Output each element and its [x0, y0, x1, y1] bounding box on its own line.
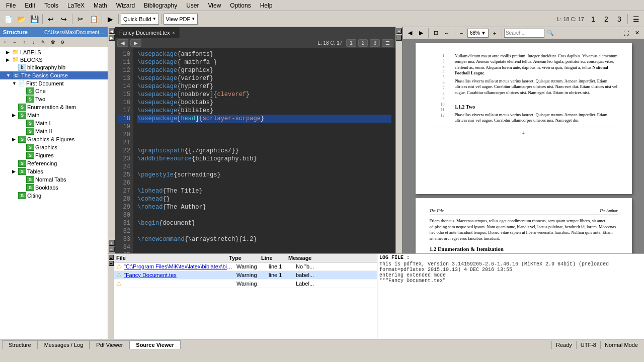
tree-math1[interactable]: S Math I: [0, 119, 108, 127]
tab-num2[interactable]: 2: [358, 39, 368, 47]
tree-graphics[interactable]: S Graphics: [0, 143, 108, 151]
menu-bibliography[interactable]: Bibliography: [140, 1, 181, 10]
menu-icon[interactable]: ☰: [382, 39, 393, 47]
tab-num3[interactable]: 3: [370, 39, 380, 47]
status-tab-sourceviewer[interactable]: Source Viewer: [129, 340, 181, 349]
save-button[interactable]: 💾: [28, 13, 40, 25]
pdf-zoomout[interactable]: −: [456, 29, 466, 38]
nt-label: Normal Tabs: [35, 176, 66, 183]
nav-prev[interactable]: ◀: [117, 39, 128, 47]
struct-btn5[interactable]: ✎: [39, 38, 48, 46]
warning-row-3[interactable]: ⚠ Warning Label...: [114, 280, 377, 288]
enum-label: Enumeration & Item: [27, 104, 76, 110]
tree-enum[interactable]: S Enumeration & Item: [0, 103, 108, 111]
undo-button[interactable]: ↩: [45, 13, 57, 25]
struct-btn3[interactable]: ↑: [20, 38, 29, 46]
pdf-zoomin[interactable]: +: [490, 29, 500, 38]
gutter-btn4[interactable]: −: [109, 246, 115, 252]
tree-two[interactable]: S Two: [0, 95, 108, 103]
pdf-prev[interactable]: ◀: [405, 29, 415, 38]
pdf-fit[interactable]: ⊡: [431, 29, 441, 38]
open-button[interactable]: 📂: [15, 13, 27, 25]
tree-tables[interactable]: ▶ S Tables: [0, 167, 108, 175]
bt-icon: S: [26, 184, 34, 191]
tree-booktabs[interactable]: S Booktabs: [0, 184, 108, 192]
menu-user[interactable]: User: [182, 1, 203, 10]
tree-one[interactable]: S One: [0, 87, 108, 95]
separator3: [102, 14, 102, 24]
gutter-btn1[interactable]: ◀: [109, 28, 115, 34]
struct-btn6[interactable]: 🗑: [48, 38, 57, 46]
tab2-button[interactable]: 2: [600, 13, 612, 25]
pdf-close[interactable]: ✕: [632, 29, 642, 38]
tree-area: ▶ 📁 LABELS ▶ 📁 BLOCKS b bibliography.bib: [0, 47, 108, 339]
tree-normal-tabs[interactable]: S Normal Tabs: [0, 175, 108, 184]
tab1-button[interactable]: 1: [587, 13, 599, 25]
tree-bibliography[interactable]: b bibliography.bib: [0, 63, 108, 71]
tree-math[interactable]: ▶ S Math: [0, 111, 108, 119]
tab-close[interactable]: ×: [172, 30, 175, 36]
tab3-button[interactable]: 3: [613, 13, 625, 25]
gutter-btn3[interactable]: +: [109, 240, 115, 246]
warn-file-2: "Fancy Document.tex: [124, 272, 234, 278]
struct-btn4[interactable]: ↓: [29, 38, 38, 46]
structure-toolbar: + − ↑ ↓ ✎ 🗑 ⚙: [0, 37, 108, 47]
struct-btn7[interactable]: ⚙: [58, 38, 67, 46]
menu-help[interactable]: Help: [256, 1, 277, 10]
status-tab-messages[interactable]: Messages / Log: [38, 340, 90, 349]
gutter-btn2[interactable]: ▶: [109, 35, 115, 41]
cut-button[interactable]: ✂: [74, 13, 87, 25]
menu-latex[interactable]: LaTeX: [63, 1, 89, 10]
list-button[interactable]: ☰: [630, 13, 642, 25]
editor-tab-fancy[interactable]: Fancy Document.tex ×: [115, 27, 180, 38]
new-button[interactable]: 📄: [2, 13, 14, 25]
viewpdf-dropdown[interactable]: View PDF ▼: [164, 14, 198, 25]
pdf-search-input[interactable]: [504, 29, 544, 38]
paste-button[interactable]: 📋: [88, 13, 100, 25]
quickbuild-dropdown[interactable]: Quick Build ▼: [121, 14, 159, 25]
col-message: Message: [288, 255, 375, 261]
pdf-sep1: [428, 28, 429, 38]
warning-row-1[interactable]: ⚠ "C:\Program Files\MiK\tex\latex\biblat…: [114, 262, 377, 271]
tree-citing[interactable]: S Citing: [0, 192, 108, 200]
menu-options[interactable]: Options: [226, 1, 255, 10]
menu-file[interactable]: File: [2, 1, 20, 10]
warning-row-2[interactable]: ⚠ "Fancy Document.tex Warning line 1 bab…: [114, 271, 377, 280]
citing-icon: S: [18, 192, 26, 199]
tree-blocks[interactable]: ▶ 📁 BLOCKS: [0, 56, 108, 63]
pdf-fitwidth[interactable]: ↔: [442, 29, 452, 38]
menu-math[interactable]: Math: [90, 1, 111, 10]
pdf-fullscreen[interactable]: ⛶: [621, 29, 631, 38]
pdf-next[interactable]: ▶: [416, 29, 426, 38]
menu-wizard[interactable]: Wizard: [112, 1, 139, 10]
math-label: Math: [27, 112, 39, 118]
tree-math2[interactable]: S Math II: [0, 127, 108, 135]
status-tab-pdfviewer[interactable]: Pdf Viewer: [90, 340, 129, 349]
pdf-zoom-display: 68% ▼: [467, 29, 489, 38]
redo-button[interactable]: ↪: [58, 13, 70, 25]
tree-figures[interactable]: S Figures: [0, 151, 108, 159]
tree-graphics-figures[interactable]: ▶ S Graphics & Figures: [0, 135, 108, 143]
struct-btn1[interactable]: +: [1, 38, 10, 46]
pdf-header-right: The Author: [599, 208, 617, 214]
code-editor[interactable]: \usepackage{amsfonts} \usepackage{ mathr…: [133, 48, 395, 253]
run-button[interactable]: ▶: [104, 13, 116, 25]
tree-first-doc[interactable]: ▼ 📄 First Document: [0, 79, 108, 87]
pdf-content[interactable]: 12345 678910 1112 Nullam dictum ma ut an…: [403, 39, 644, 253]
tree-labels[interactable]: ▶ 📁 LABELS: [0, 48, 108, 56]
nav-next[interactable]: ▶: [130, 39, 141, 47]
tab-num1[interactable]: 1: [346, 39, 356, 47]
status-tab-structure[interactable]: Structure: [2, 340, 38, 349]
log-sidebar-down[interactable]: ▼: [109, 261, 114, 266]
pdf-search-btn[interactable]: 🔍: [545, 29, 555, 38]
log-header: LOG FILE :: [379, 255, 642, 260]
menu-edit[interactable]: Edit: [21, 1, 39, 10]
menu-tools[interactable]: Tools: [40, 1, 62, 10]
tree-referencing[interactable]: S Referencing: [0, 159, 108, 167]
tree-basics-course[interactable]: ▼ C The Basics Course: [0, 71, 108, 79]
menu-view[interactable]: View: [204, 1, 225, 10]
struct-btn2[interactable]: −: [10, 38, 19, 46]
mgutter-btn1[interactable]: +: [396, 28, 402, 34]
mgutter-btn2[interactable]: −: [396, 35, 402, 41]
log-sidebar-up[interactable]: ▲: [109, 255, 114, 260]
